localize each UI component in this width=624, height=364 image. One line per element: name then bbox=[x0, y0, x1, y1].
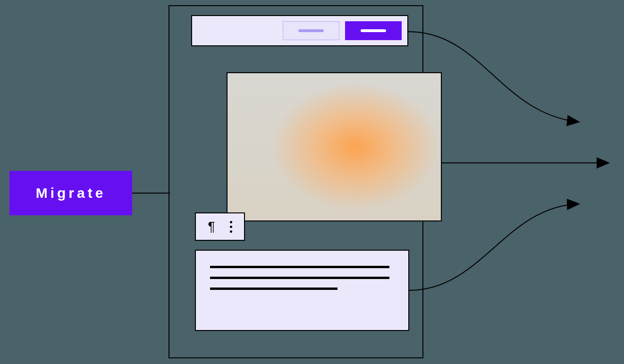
text-line bbox=[210, 266, 389, 268]
primary-button[interactable] bbox=[345, 21, 402, 40]
format-toolbar: ¶ bbox=[195, 212, 245, 241]
text-block bbox=[195, 250, 409, 331]
connector-left bbox=[132, 193, 170, 194]
text-line bbox=[210, 277, 389, 279]
migrate-node[interactable]: Migrate bbox=[9, 171, 132, 215]
header-bar bbox=[191, 15, 408, 46]
button-label-placeholder bbox=[361, 29, 386, 32]
more-vertical-icon[interactable] bbox=[230, 221, 232, 233]
button-label-placeholder bbox=[298, 29, 324, 32]
secondary-button[interactable] bbox=[283, 21, 339, 40]
image-block bbox=[227, 72, 442, 221]
text-line bbox=[210, 288, 337, 290]
pilcrow-icon[interactable]: ¶ bbox=[208, 220, 215, 233]
diagram-canvas: Migrate ¶ bbox=[0, 0, 624, 364]
migrate-label: Migrate bbox=[36, 185, 106, 201]
